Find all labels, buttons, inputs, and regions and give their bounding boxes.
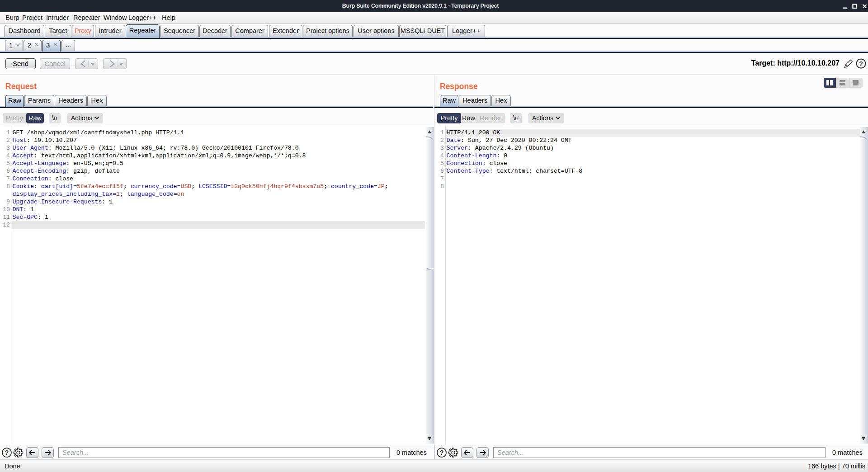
svg-text:?: ?: [859, 60, 863, 67]
svg-text:?: ?: [5, 449, 9, 456]
svg-text:?: ?: [440, 449, 444, 456]
